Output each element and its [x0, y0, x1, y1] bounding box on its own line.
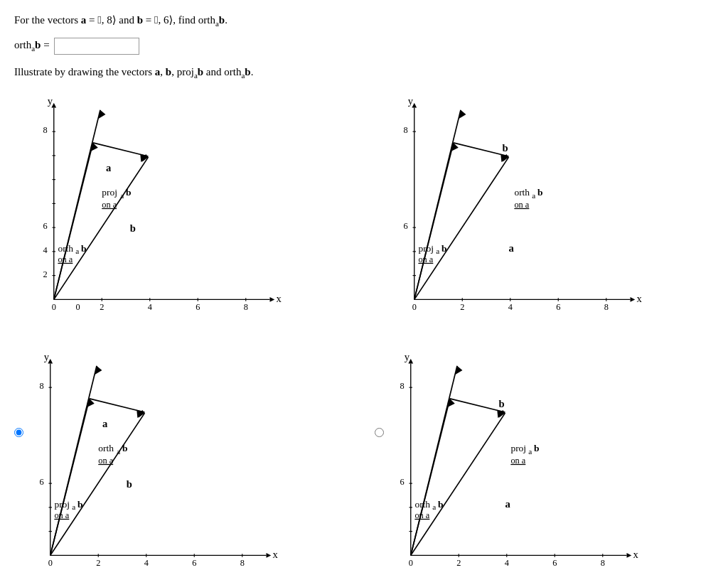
b-eq: = 𧺄, 6⟩, [143, 14, 176, 26]
svg-text:on a: on a [514, 200, 529, 210]
orth-answer-input[interactable] [54, 38, 139, 55]
find-text: find ortha [176, 14, 219, 26]
svg-text:b: b [534, 443, 540, 453]
svg-text:6: 6 [400, 477, 405, 487]
svg-text:a: a [102, 418, 108, 429]
svg-text:on a: on a [510, 456, 525, 466]
svg-text:4: 4 [148, 302, 152, 312]
svg-text:b: b [438, 498, 444, 509]
graph1: x y 0 0 2 4 6 8 [30, 87, 286, 328]
svg-text:0: 0 [52, 302, 56, 312]
svg-text:b: b [499, 398, 505, 409]
svg-line-77 [414, 109, 461, 299]
svg-text:proj: proj [102, 187, 117, 198]
svg-text:b: b [127, 478, 132, 489]
graph4-container: x y 0 2 4 6 8 6 8 b [375, 343, 714, 575]
svg-text:y: y [44, 350, 50, 362]
svg-text:x: x [637, 292, 643, 303]
svg-text:8: 8 [240, 558, 245, 568]
svg-text:orth: orth [98, 443, 114, 453]
a-eq: = 𧺂, 8⟩ [86, 14, 116, 26]
svg-text:0: 0 [48, 558, 53, 568]
svg-line-75 [454, 142, 509, 156]
svg-text:x: x [273, 548, 279, 559]
svg-text:a: a [532, 190, 535, 199]
and-text: and [119, 14, 134, 26]
svg-line-114 [90, 398, 145, 412]
graph3-svg: x y 0 2 4 6 8 6 8 a [26, 343, 282, 575]
svg-text:8: 8 [40, 381, 44, 391]
svg-text:b: b [537, 187, 543, 198]
svg-text:orth: orth [514, 187, 530, 198]
svg-text:b: b [77, 498, 83, 509]
svg-text:8: 8 [400, 381, 405, 391]
svg-text:6: 6 [43, 221, 48, 231]
svg-text:6: 6 [404, 221, 408, 231]
svg-text:b: b [503, 142, 508, 154]
svg-text:b: b [122, 443, 128, 453]
svg-text:on a: on a [414, 510, 429, 520]
find-b-bold: b [219, 14, 225, 26]
graph4-svg: x y 0 2 4 6 8 6 8 b [387, 343, 643, 575]
svg-marker-86 [267, 553, 272, 558]
graph1-container: x y 0 0 2 4 6 8 [14, 87, 353, 328]
svg-line-66 [414, 157, 509, 299]
svg-text:proj: proj [418, 242, 434, 253]
svg-line-30 [54, 142, 93, 299]
graph2-radio-placeholder [375, 87, 387, 100]
svg-text:a: a [106, 162, 112, 173]
orth-label: orthab = [14, 39, 50, 53]
statement-prefix: For the vectors [14, 14, 81, 26]
svg-text:b: b [126, 187, 132, 198]
svg-text:y: y [405, 350, 410, 362]
svg-text:8: 8 [404, 125, 408, 135]
svg-text:8: 8 [43, 125, 48, 135]
svg-text:orth: orth [414, 498, 430, 509]
svg-text:6: 6 [192, 558, 196, 568]
input-row: orthab = [14, 38, 714, 55]
svg-marker-125 [627, 553, 632, 558]
svg-line-155 [411, 365, 457, 555]
period: . [225, 14, 228, 26]
svg-text:8: 8 [601, 558, 605, 568]
svg-text:a: a [75, 247, 79, 255]
svg-text:y: y [408, 95, 414, 106]
svg-text:8: 8 [604, 302, 609, 312]
graph2-svg: x y 0 2 4 6 8 6 8 b [390, 87, 646, 328]
svg-text:4: 4 [508, 302, 513, 312]
vectors-b: b [166, 66, 171, 77]
svg-text:b: b [130, 222, 136, 233]
svg-text:a: a [72, 503, 75, 511]
graphs-grid: x y 0 0 2 4 6 8 [14, 87, 714, 575]
graph4-radio-wrapper[interactable] [375, 343, 384, 440]
svg-line-153 [450, 398, 505, 412]
svg-text:8: 8 [244, 302, 248, 312]
graph4-radio[interactable] [375, 428, 384, 437]
svg-text:6: 6 [196, 302, 200, 312]
graph3-radio-wrapper[interactable] [14, 343, 23, 440]
svg-text:6: 6 [40, 477, 44, 487]
svg-text:proj: proj [54, 498, 70, 509]
svg-text:0: 0 [409, 558, 413, 568]
svg-text:proj: proj [510, 443, 526, 453]
svg-text:4: 4 [144, 558, 149, 568]
svg-text:a: a [505, 498, 511, 509]
svg-text:a: a [432, 503, 436, 511]
svg-text:x: x [277, 292, 282, 303]
svg-marker-47 [631, 297, 636, 302]
svg-line-36 [93, 142, 149, 156]
graph3: x y 0 2 4 6 8 6 8 a [26, 343, 282, 575]
svg-text:6: 6 [556, 302, 560, 312]
svg-text:2: 2 [100, 302, 104, 312]
svg-text:a: a [528, 446, 532, 455]
svg-text:2: 2 [96, 558, 100, 568]
svg-text:2: 2 [460, 302, 464, 312]
svg-text:on a: on a [54, 510, 69, 520]
graph3-container: x y 0 2 4 6 8 6 8 a [14, 343, 353, 575]
problem-statement: For the vectors a = 𧺂, 8⟩ and b = 𧺄, 6⟩,… [14, 11, 714, 31]
svg-text:y: y [48, 95, 53, 106]
vector-b-label: b [137, 14, 143, 26]
illustration-label: Illustrate by drawing the vectors a, b, … [14, 66, 714, 80]
svg-text:2: 2 [43, 269, 48, 279]
graph3-radio[interactable] [14, 428, 23, 437]
